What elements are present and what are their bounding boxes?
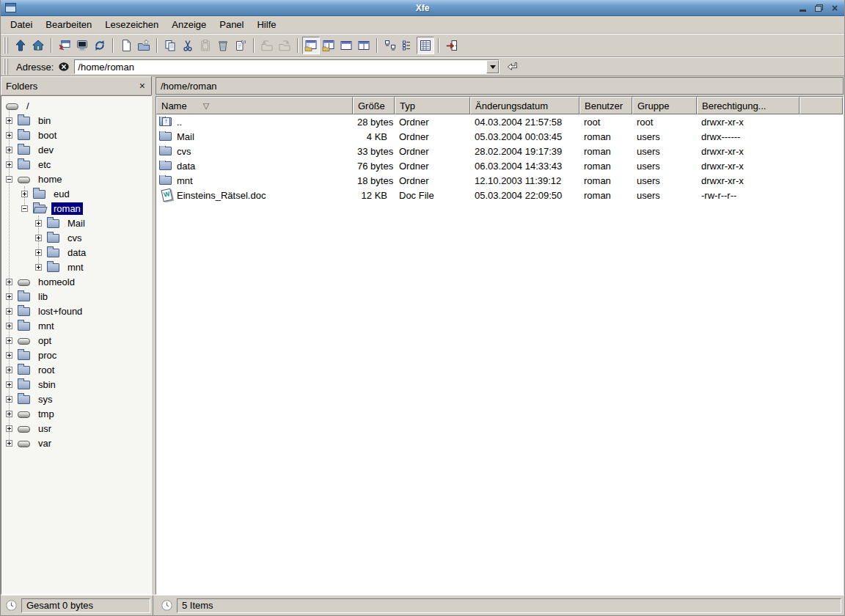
home-button[interactable] bbox=[29, 37, 47, 54]
menu-panel[interactable]: Panel bbox=[213, 18, 250, 32]
menu-datei[interactable]: Datei bbox=[4, 18, 39, 32]
minimize-button[interactable] bbox=[797, 3, 808, 13]
tree-item[interactable]: cvs bbox=[1, 230, 151, 245]
tree-item[interactable]: etc bbox=[1, 157, 151, 172]
tree-item[interactable]: / bbox=[1, 98, 151, 113]
expander-icon[interactable] bbox=[6, 293, 12, 300]
tree-item[interactable]: opt bbox=[1, 333, 151, 348]
new-folder-button[interactable] bbox=[135, 37, 153, 54]
clear-address-button[interactable] bbox=[58, 61, 70, 73]
paste-button[interactable] bbox=[197, 37, 214, 54]
column-header-user[interactable]: Benutzer bbox=[579, 97, 632, 114]
file-row[interactable]: data 76 bytes Ordner 06.03.2004 14:33:43… bbox=[156, 158, 843, 173]
column-header-permissions[interactable]: Berechtigung... bbox=[697, 97, 800, 114]
expander-icon[interactable] bbox=[6, 440, 12, 447]
copy-button[interactable] bbox=[161, 37, 179, 54]
expander-icon[interactable] bbox=[35, 264, 42, 271]
menu-lesezeichen[interactable]: Lesezeichen bbox=[98, 18, 165, 32]
expander-icon[interactable] bbox=[35, 235, 42, 241]
tree-one-panel-button[interactable] bbox=[302, 37, 320, 54]
restore-button[interactable] bbox=[813, 3, 824, 13]
tree-item[interactable]: dev bbox=[1, 142, 151, 157]
terminal-button[interactable] bbox=[73, 37, 91, 54]
expander-icon[interactable] bbox=[6, 425, 12, 432]
expander-icon[interactable] bbox=[6, 352, 12, 359]
expander-icon[interactable] bbox=[6, 132, 12, 139]
menu-anzeige[interactable]: Anzeige bbox=[165, 18, 213, 32]
expander-icon[interactable] bbox=[6, 279, 12, 285]
detail-view-button[interactable] bbox=[417, 37, 434, 54]
expander-icon[interactable] bbox=[35, 220, 42, 227]
tree-item[interactable]: eud bbox=[1, 186, 151, 201]
tree-item[interactable]: usr bbox=[1, 421, 151, 436]
expander-icon[interactable] bbox=[6, 147, 12, 153]
tree-item[interactable]: boot bbox=[1, 128, 151, 142]
column-header-date[interactable]: Änderungsdatum bbox=[470, 97, 579, 114]
expander-icon[interactable] bbox=[21, 205, 28, 212]
refresh-button[interactable] bbox=[91, 37, 109, 54]
column-header-name[interactable]: Name▽ bbox=[156, 97, 353, 114]
file-row[interactable]: cvs 33 bytes Ordner 28.02.2004 19:17:39 … bbox=[156, 144, 843, 158]
two-panels-button[interactable] bbox=[355, 37, 373, 54]
expander-icon[interactable] bbox=[6, 411, 12, 417]
addressbar-grip[interactable] bbox=[4, 59, 9, 75]
expander-icon[interactable] bbox=[6, 117, 12, 124]
big-icons-view-button[interactable] bbox=[381, 37, 399, 54]
address-go-button[interactable] bbox=[505, 60, 520, 73]
tree-item[interactable]: sys bbox=[1, 392, 151, 406]
expander-icon[interactable] bbox=[6, 381, 12, 388]
column-header-group[interactable]: Gruppe bbox=[632, 97, 697, 114]
tree-item[interactable]: bin bbox=[1, 113, 151, 128]
cut-button[interactable] bbox=[179, 37, 197, 54]
expander-icon[interactable] bbox=[6, 308, 12, 315]
history-back-button[interactable] bbox=[258, 37, 276, 54]
address-input[interactable] bbox=[75, 60, 486, 73]
tree-item[interactable]: proc bbox=[1, 348, 151, 362]
expander-icon[interactable] bbox=[6, 396, 12, 403]
address-dropdown-button[interactable] bbox=[486, 60, 499, 73]
file-row[interactable]: mnt 18 bytes Ordner 12.10.2003 11:39:12 … bbox=[156, 173, 843, 188]
history-forward-button[interactable] bbox=[276, 37, 293, 54]
quit-button[interactable] bbox=[443, 37, 461, 54]
expander-icon[interactable] bbox=[6, 367, 12, 373]
file-row[interactable]: .. 28 bytes Ordner 04.03.2004 21:57:58 r… bbox=[156, 114, 843, 129]
toolbar-grip[interactable] bbox=[4, 37, 9, 54]
tree-item[interactable]: Mail bbox=[1, 216, 151, 230]
expander-icon[interactable] bbox=[6, 337, 12, 344]
up-button[interactable] bbox=[12, 37, 29, 54]
tree-item-icon bbox=[18, 395, 30, 404]
one-panel-button[interactable] bbox=[337, 37, 355, 54]
delete-button[interactable] bbox=[214, 37, 232, 54]
tree-item[interactable]: data bbox=[1, 245, 151, 260]
menu-hilfe[interactable]: Hilfe bbox=[250, 18, 282, 32]
tree-item[interactable]: mnt bbox=[1, 260, 151, 274]
tree-item[interactable]: mnt bbox=[1, 318, 151, 333]
file-row[interactable]: Mail 4 KB Ordner 05.03.2004 00:03:45 rom… bbox=[156, 129, 843, 144]
tree-item[interactable]: tmp bbox=[1, 406, 151, 421]
tree-item[interactable]: sbin bbox=[1, 377, 151, 392]
tree-two-panels-button[interactable] bbox=[320, 37, 337, 54]
new-file-button[interactable] bbox=[117, 37, 135, 54]
expander-icon[interactable] bbox=[6, 161, 12, 168]
close-button[interactable]: × bbox=[830, 3, 840, 13]
tree-item-selected[interactable]: roman bbox=[1, 201, 151, 216]
tree-item[interactable]: homeold bbox=[1, 274, 151, 289]
properties-button[interactable] bbox=[232, 37, 249, 54]
small-icons-view-button[interactable] bbox=[399, 37, 417, 54]
file-row[interactable]: Einsteins_Rätsel.doc 12 KB Doc File 05.0… bbox=[156, 188, 843, 202]
expander-icon[interactable] bbox=[6, 323, 12, 329]
column-header-type[interactable]: Typ bbox=[395, 97, 470, 114]
expander-icon[interactable] bbox=[6, 176, 12, 183]
run-program-button[interactable] bbox=[56, 37, 73, 54]
titlebar[interactable]: Xfe × bbox=[1, 0, 844, 16]
column-header-size[interactable]: Größe bbox=[353, 97, 395, 114]
tree-item[interactable]: root bbox=[1, 362, 151, 377]
tree-item[interactable]: var bbox=[1, 436, 151, 450]
tree-item[interactable]: lost+found bbox=[1, 304, 151, 318]
tree-item[interactable]: home bbox=[1, 172, 151, 186]
close-folders-panel-button[interactable]: × bbox=[138, 81, 147, 90]
expander-icon[interactable] bbox=[21, 191, 28, 197]
tree-item[interactable]: lib bbox=[1, 289, 151, 304]
menu-bearbeiten[interactable]: Bearbeiten bbox=[39, 18, 98, 32]
expander-icon[interactable] bbox=[35, 249, 42, 256]
